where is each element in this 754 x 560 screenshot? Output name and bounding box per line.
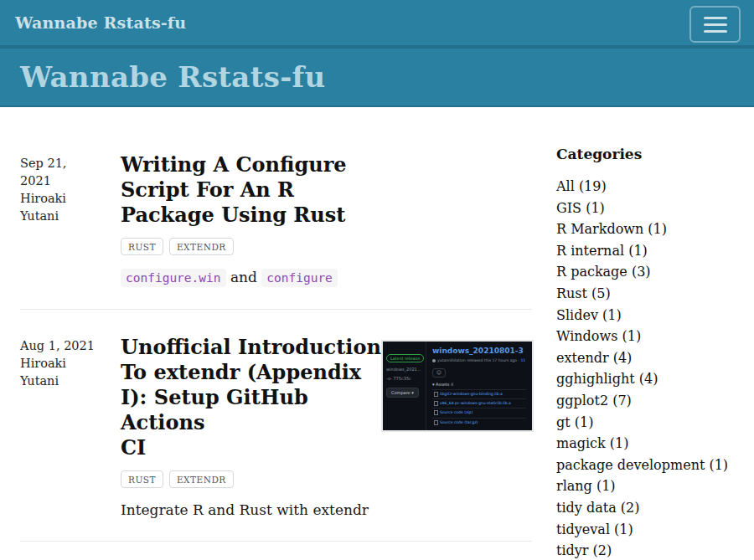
category-list: All (19)GIS (1)R Markdown (1)R internal … (556, 176, 754, 560)
release-commit-hash: -o- 775c35c (386, 376, 422, 382)
post-author: Hiroaki Yutani (20, 355, 99, 390)
post-date: Sep 21, 2021 (20, 155, 99, 190)
inline-code: configure (261, 269, 338, 287)
post-thumbnail-slot (381, 152, 534, 289)
site-header: Wannabe Rstats-fu (0, 49, 754, 107)
asset-name: libgit2-windows-gnu-binding.lib.a (440, 392, 503, 396)
asset-name: x86_64-pc-windows-gnu-staticlib.lib.a (440, 401, 511, 405)
post-title[interactable]: Writing A Configure Script For An R Pack… (121, 152, 381, 228)
description-text: and (226, 269, 262, 285)
avatar (432, 359, 436, 362)
asset-link: Source code (tar.gz) (432, 418, 526, 427)
release-main: windows_20210801-3 yutannihilation relea… (426, 342, 532, 430)
release-tag-name: windows_2021… (386, 367, 422, 372)
navbar-brand[interactable]: Wannabe Rstats-fu (15, 13, 186, 32)
category-link[interactable]: R package (3) (556, 261, 754, 283)
file-icon (434, 392, 438, 397)
post-meta: Sep 21, 2021 Hiroaki Yutani (20, 152, 121, 289)
release-sidebar: Latest release windows_2021… -o- 775c35c… (383, 342, 426, 430)
assets-label: Assets (436, 382, 449, 387)
tag-pill: EXTENDR (169, 238, 234, 255)
tag-pill: RUST (121, 470, 163, 488)
smiley-icon: ☺ (432, 368, 446, 378)
category-link[interactable]: GIS (1) (556, 198, 754, 219)
category-link[interactable]: package development (1) (556, 455, 754, 476)
category-link[interactable]: extendr (4) (556, 347, 754, 369)
category-link[interactable]: Slidev (1) (556, 305, 754, 326)
asset-link: x86_64-pc-windows-gnu-staticlib.lib.a (432, 398, 526, 408)
page-title: Wannabe Rstats-fu (20, 60, 326, 94)
release-author: yutannihilation (437, 358, 466, 362)
compare-button: Compare ▾ (386, 388, 419, 398)
asset-name: Source code (zip) (440, 411, 473, 415)
category-link[interactable]: ggplot2 (7) (556, 390, 754, 412)
post-tags: RUSTEXTENDR (121, 470, 381, 488)
release-title: windows_20210801-3 (432, 347, 526, 356)
file-icon (434, 420, 438, 425)
category-link[interactable]: Windows (1) (556, 326, 754, 347)
hamburger-icon (704, 17, 727, 33)
latest-release-badge: Latest release (386, 354, 424, 362)
assets-list: libgit2-windows-gnu-binding.lib.ax86_64-… (432, 389, 526, 427)
category-link[interactable]: Rust (5) (556, 283, 754, 305)
post-item[interactable]: Aug 1, 2021 Hiroaki Yutani Unofficial In… (20, 335, 536, 560)
post-content: Unofficial Introduction To extendr (Appe… (121, 335, 381, 521)
categories-heading: Categories (556, 146, 754, 162)
post-list: Sep 21, 2021 Hiroaki Yutani Writing A Co… (0, 107, 536, 560)
release-byline: yutannihilation released this 17 hours a… (432, 358, 526, 363)
post-tags: RUSTEXTENDR (121, 238, 381, 255)
category-link[interactable]: tidy data (2) (556, 497, 754, 519)
post-thumbnail-slot: Latest release windows_2021… -o- 775c35c… (381, 335, 534, 521)
post-meta: Aug 1, 2021 Hiroaki Yutani (20, 335, 121, 521)
release-commits-link: 11 commits to main since this release (520, 358, 526, 362)
categories-sidebar: Categories All (19)GIS (1)R Markdown (1)… (536, 107, 754, 560)
assets-header: ▾ Assets 4 (432, 382, 526, 388)
category-link[interactable]: gghighlight (4) (556, 368, 754, 390)
category-link[interactable]: magick (1) (556, 433, 754, 455)
navbar-toggler-button[interactable] (689, 6, 741, 43)
post-title[interactable]: Unofficial Introduction To extendr (Appe… (121, 335, 381, 460)
asset-link: Source code (zip) (432, 408, 526, 417)
top-navbar: Wannabe Rstats-fu (0, 0, 754, 49)
post-description: configure.win and configure (121, 266, 381, 289)
category-link[interactable]: R Markdown (1) (556, 218, 754, 240)
post-date: Aug 1, 2021 (20, 337, 99, 355)
post-divider (20, 309, 531, 310)
category-link[interactable]: tidyeval (1) (556, 519, 754, 541)
release-byline-text: released this 17 hours ago · (466, 358, 521, 362)
category-link[interactable]: gt (1) (556, 412, 754, 434)
category-link[interactable]: tidyr (2) (556, 540, 754, 560)
file-icon (434, 401, 438, 406)
assets-count: 4 (451, 382, 453, 387)
asset-link: libgit2-windows-gnu-binding.lib.a (432, 389, 526, 398)
inline-code: configure.win (121, 269, 226, 287)
post-description: Integrate R and Rust with extendr (121, 499, 381, 521)
tag-pill: RUST (121, 238, 163, 255)
asset-name: Source code (tar.gz) (440, 420, 478, 424)
post-author: Hiroaki Yutani (20, 190, 99, 225)
file-icon (434, 410, 438, 415)
post-item[interactable]: Sep 21, 2021 Hiroaki Yutani Writing A Co… (20, 152, 536, 335)
tag-pill: EXTENDR (169, 470, 234, 488)
post-divider (20, 541, 531, 542)
post-thumbnail-image[interactable]: Latest release windows_2021… -o- 775c35c… (381, 340, 534, 432)
category-link[interactable]: rlang (1) (556, 475, 754, 497)
assets-section: ▾ Assets 4 libgit2-windows-gnu-binding.l… (432, 382, 526, 427)
category-link[interactable]: R internal (1) (556, 240, 754, 262)
category-link[interactable]: All (19) (556, 176, 754, 198)
page-body: Sep 21, 2021 Hiroaki Yutani Writing A Co… (0, 107, 754, 560)
post-content: Writing A Configure Script For An R Pack… (121, 152, 381, 289)
